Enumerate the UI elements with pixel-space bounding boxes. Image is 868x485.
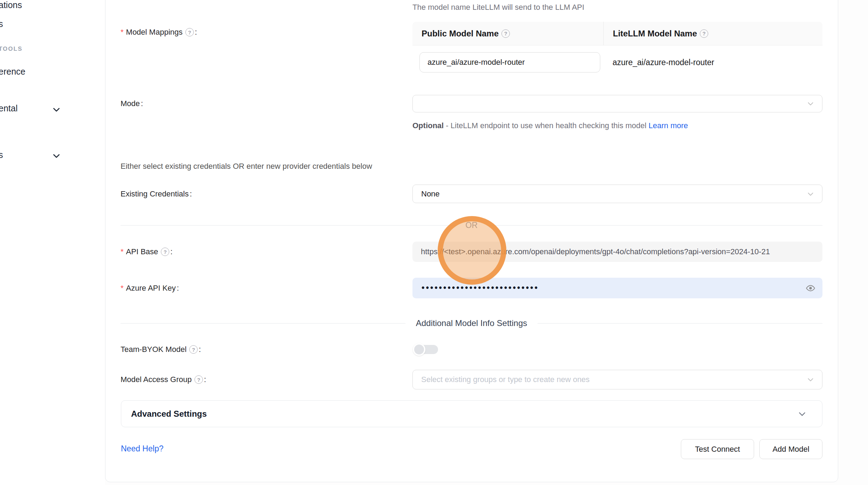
model-access-group-select[interactable]: Select existing groups or type to create…	[412, 370, 822, 389]
api-base-label: API Base	[126, 247, 158, 256]
model-access-group-placeholder: Select existing groups or type to create…	[421, 375, 590, 384]
chevron-down-icon[interactable]	[52, 105, 61, 114]
mode-select[interactable]	[412, 95, 822, 112]
learn-more-link[interactable]: Learn more	[649, 121, 688, 130]
required-asterisk: *	[121, 248, 124, 256]
sidebar-item[interactable]: ations	[0, 0, 22, 10]
help-question-icon[interactable]: ?	[161, 248, 169, 256]
existing-credentials-label-row: Existing Credentials :	[121, 185, 192, 203]
help-question-icon[interactable]: ?	[194, 375, 203, 384]
label-colon: :	[141, 99, 143, 108]
mode-hint-text: - LiteLLM endpoint to use when health ch…	[444, 121, 649, 130]
model-name-helper-text: The model name LiteLLM will send to the …	[412, 3, 584, 12]
chevron-down-icon	[807, 190, 814, 198]
api-base-input[interactable]: https://<test>.openai.azure.com/openai/d…	[412, 242, 822, 262]
chevron-down-icon[interactable]	[52, 151, 61, 160]
sidebar-item[interactable]: ental	[0, 103, 18, 113]
mode-hint-bold: Optional	[412, 121, 444, 130]
test-connect-button[interactable]: Test Connect	[681, 439, 754, 459]
team-byok-toggle[interactable]	[414, 345, 438, 354]
chevron-down-icon	[807, 100, 814, 108]
label-colon: :	[195, 28, 197, 37]
label-colon: :	[190, 189, 192, 199]
divider-line	[121, 323, 405, 324]
add-model-button[interactable]: Add Model	[759, 439, 822, 459]
label-colon: :	[204, 375, 206, 384]
model-mappings-label-row: * Model Mappings ? :	[121, 25, 197, 39]
help-question-icon[interactable]: ?	[185, 28, 194, 36]
mode-hint: Optional - LiteLLM endpoint to use when …	[412, 119, 696, 132]
model-access-group-label: Model Access Group	[121, 375, 192, 384]
team-byok-label-row: Team-BYOK Model ? :	[121, 340, 201, 359]
help-question-icon[interactable]: ?	[501, 29, 510, 38]
help-question-icon[interactable]: ?	[189, 345, 198, 354]
need-help-link[interactable]: Need Help?	[121, 444, 163, 453]
existing-credentials-select[interactable]: None	[412, 185, 822, 203]
litellm-model-name-header: LiteLLM Model Name ?	[603, 22, 822, 45]
model-mappings-table: Public Model Name ? LiteLLM Model Name ?…	[412, 22, 822, 79]
chevron-down-icon	[807, 376, 814, 383]
credentials-note: Either select existing credentials OR en…	[121, 162, 372, 171]
public-model-name-input[interactable]	[419, 52, 600, 72]
mode-label-row: Mode :	[121, 95, 143, 112]
existing-credentials-label: Existing Credentials	[121, 189, 189, 199]
or-divider-label: OR	[456, 221, 487, 230]
public-model-name-header-label: Public Model Name	[422, 29, 499, 39]
or-divider: OR	[121, 219, 822, 231]
model-mappings-label: Model Mappings	[126, 28, 183, 37]
existing-credentials-value: None	[421, 189, 440, 199]
label-colon: :	[199, 345, 201, 354]
required-asterisk: *	[121, 28, 124, 36]
label-colon: :	[170, 247, 172, 256]
divider-line	[121, 225, 456, 226]
eye-toggle-icon[interactable]	[806, 283, 815, 293]
label-colon: :	[177, 284, 179, 293]
sidebar-section-header: TOOLS	[0, 46, 22, 53]
team-byok-label: Team-BYOK Model	[121, 345, 186, 354]
mode-label: Mode	[121, 99, 140, 108]
litellm-model-name-header-label: LiteLLM Model Name	[613, 29, 697, 39]
model-mappings-table-header: Public Model Name ? LiteLLM Model Name ?	[412, 22, 822, 46]
masked-api-key-value: •••••••••••••••••••••••••••	[422, 283, 539, 292]
toggle-knob	[413, 343, 425, 356]
divider-line	[538, 323, 822, 324]
help-question-icon[interactable]: ?	[700, 29, 708, 38]
additional-settings-divider-label: Additional Model Info Settings	[405, 318, 538, 328]
model-access-group-label-row: Model Access Group ? :	[121, 370, 206, 389]
additional-settings-divider: Additional Model Info Settings	[121, 317, 822, 329]
divider-line	[487, 225, 822, 226]
sidebar-item[interactable]: s	[0, 19, 3, 29]
model-mappings-table-row: azure_ai/azure-model-router	[412, 46, 822, 79]
api-base-label-row: * API Base ? :	[121, 242, 172, 262]
azure-api-key-label-row: * Azure API Key :	[121, 278, 179, 298]
required-asterisk: *	[121, 284, 124, 292]
advanced-settings-panel[interactable]: Advanced Settings	[121, 400, 822, 427]
sidebar-item[interactable]: erence	[0, 67, 25, 77]
sidebar-item[interactable]: s	[0, 150, 3, 160]
azure-api-key-label: Azure API Key	[126, 284, 176, 293]
advanced-settings-title: Advanced Settings	[131, 409, 798, 419]
public-model-name-header: Public Model Name ?	[412, 22, 603, 45]
sidebar: ations s TOOLS erence ental s	[0, 0, 105, 485]
chevron-down-icon	[798, 409, 807, 418]
litellm-model-name-value: azure_ai/azure-model-router	[603, 58, 822, 67]
azure-api-key-input[interactable]: •••••••••••••••••••••••••••	[412, 278, 822, 298]
